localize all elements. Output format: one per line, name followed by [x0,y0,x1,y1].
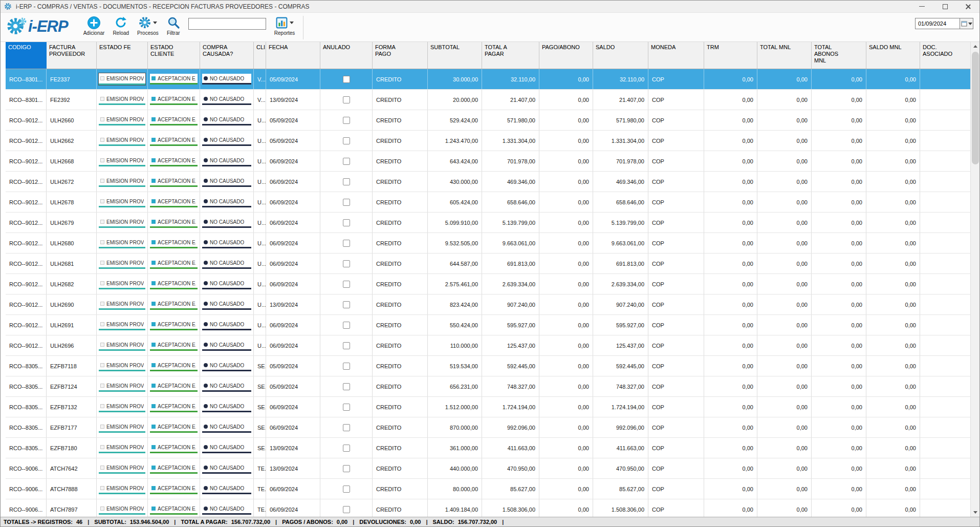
status-square-icon [151,486,156,490]
table-row[interactable]: RCO--9006...ATCH7642EMISION PROVACEPTACI… [6,458,971,479]
table-row[interactable]: RCO--9012...ULH2662EMISION PROVACEPTACIO… [6,131,971,151]
column-header-trm[interactable]: TRM [704,42,757,69]
cell-cliente: U... [254,315,266,335]
anulado-checkbox[interactable] [343,404,350,411]
table-row[interactable]: RCO--9012...ULH2679EMISION PROVACEPTACIO… [6,213,971,233]
column-header-doc-asociado[interactable]: DOC. ASOCIADO [920,42,971,69]
column-header-saldo[interactable]: SALDO [593,42,648,69]
anulado-checkbox[interactable] [343,424,350,431]
column-header-codigo[interactable]: CODIGO [6,42,47,69]
cell-anulado [320,151,373,171]
filter-input[interactable] [188,18,266,30]
anulado-checkbox[interactable] [343,260,350,267]
table-row[interactable]: RCO--9012...ULH2696EMISION PROVACEPTACIO… [6,335,971,356]
anulado-checkbox[interactable] [343,383,350,390]
status-square-icon [151,117,156,121]
column-header-fecha[interactable]: FECHA [266,42,320,69]
anulado-checkbox[interactable] [343,76,350,83]
table-row[interactable]: RCO--8305...EZFB7118EMISION PROVACEPTACI… [6,356,971,376]
table-row[interactable]: RCO--9012...ULH2690EMISION PROVACEPTACIO… [6,294,971,315]
column-header-total-a-pagar[interactable]: TOTAL A PAGAR [482,42,539,69]
adicionar-button[interactable]: Adicionar [83,15,105,36]
reload-button[interactable]: Reload [113,15,129,36]
reportes-button[interactable]: Reportes [274,15,295,36]
table-row[interactable]: RCO--9012...ULH2678EMISION PROVACEPTACIO… [6,192,971,213]
anulado-checkbox[interactable] [343,445,350,452]
anulado-checkbox[interactable] [343,465,350,472]
anulado-checkbox[interactable] [343,219,350,226]
column-header-compra-causada[interactable]: COMPRA CAUSADA? [200,42,254,69]
table-row[interactable]: RCO--9012...ULH2672EMISION PROVACEPTACIO… [6,172,971,192]
scroll-down-button[interactable] [971,508,979,517]
date-dropdown-button[interactable] [960,18,973,29]
anulado-checkbox[interactable] [343,137,350,144]
column-header-saldo-mnl[interactable]: SALDO MNL [866,42,920,69]
column-header-estado-fe[interactable]: ESTADO FE [97,42,148,69]
maximize-button[interactable] [933,1,956,12]
column-header-factura-proveedor[interactable]: FACTURA PROVEEDOR [47,42,97,69]
anulado-checkbox[interactable] [343,240,350,247]
table-row[interactable]: RCO--9012...ULH2691EMISION PROVACEPTACIO… [6,315,971,335]
status-dot-icon [204,76,208,80]
filtrar-button[interactable]: Filtrar [167,15,180,36]
cell-doc-asociado [920,131,971,151]
column-header-moneda[interactable]: MONEDA [648,42,704,69]
cell-subtotal: 361.000,00 [428,438,482,458]
table-row[interactable]: RCO--9012...ULH2681EMISION PROVACEPTACIO… [6,254,971,274]
anulado-checkbox[interactable] [343,199,350,206]
table-row[interactable]: RCO--8301...FE2392EMISION PROVACEPTACION… [6,90,971,110]
column-header-pago-abono[interactable]: PAGO/ABONO [539,42,593,69]
cell-fecha: 13/09/2024 [266,90,320,110]
anulado-checkbox[interactable] [343,158,350,165]
cell-total-abonos-mnl: 0,00 [812,315,866,335]
cell-saldo: 125.437,00 [593,335,648,355]
vertical-scrollbar[interactable] [970,42,979,517]
scrollbar-thumb[interactable] [972,52,979,164]
cell-compra-causada: NO CAUSADO [200,151,254,171]
column-header-total-abonos-mnl[interactable]: TOTAL ABONOS MNL [812,42,866,69]
scroll-up-button[interactable] [971,42,979,51]
anulado-checkbox[interactable] [343,363,350,370]
cell-saldo: 469.346,00 [593,172,648,192]
cell-total-mnl: 0,00 [757,315,812,335]
close-button[interactable] [956,1,979,12]
anulado-checkbox[interactable] [343,178,350,185]
cell-saldo-mnl: 0,00 [866,438,920,458]
column-header-subtotal[interactable]: SUBTOTAL [428,42,482,69]
status-label: EMISION PROV [106,322,144,327]
anulado-checkbox[interactable] [343,96,350,103]
table-row[interactable]: RCO--9012...ULH2660EMISION PROVACEPTACIO… [6,110,971,131]
table-row[interactable]: RCO--9012...ULH2668EMISION PROVACEPTACIO… [6,151,971,172]
cell-compra-causada: NO CAUSADO [200,438,254,458]
column-header-total-mnl[interactable]: TOTAL MNL [757,42,812,69]
anulado-checkbox[interactable] [343,486,350,493]
cell-anulado [320,417,373,437]
table-row[interactable]: RCO--8301...FE2337EMISION PROVACEPTACION… [6,69,971,90]
table-row[interactable]: RCO--9006...ATCH7897EMISION PROVACEPTACI… [6,499,971,517]
anulado-checkbox[interactable] [343,301,350,308]
anulado-checkbox[interactable] [343,281,350,288]
anulado-checkbox[interactable] [343,322,350,329]
column-header-cli[interactable]: CLI... [254,42,266,69]
anulado-checkbox[interactable] [343,506,350,513]
date-input[interactable] [915,18,960,29]
table-row[interactable]: RCO--9012...ULH2682EMISION PROVACEPTACIO… [6,274,971,294]
procesos-button[interactable]: Procesos [137,15,159,36]
table-row[interactable]: RCO--9006...ATCH7888EMISION PROVACEPTACI… [6,479,971,499]
column-header-anulado[interactable]: ANULADO [320,42,373,69]
anulado-checkbox[interactable] [343,342,350,349]
table-row[interactable]: RCO--8305...EZFB7177EMISION PROVACEPTACI… [6,417,971,438]
column-header-forma-pago[interactable]: FORMA PAGO [373,42,428,69]
cell-saldo: 85.627,00 [593,479,648,499]
cell-subtotal: 529.424,00 [428,110,482,130]
cell-fecha: 13/09/2024 [266,294,320,314]
minimize-button[interactable] [910,1,933,12]
table-row[interactable]: RCO--8305...EZFB7180EMISION PROVACEPTACI… [6,438,971,458]
table-row[interactable]: RCO--8305...EZFB7124EMISION PROVACEPTACI… [6,376,971,397]
cell-saldo: 691.813,00 [593,254,648,273]
column-header-estado-cliente[interactable]: ESTADO CLIENTE [148,42,200,69]
cell-factura-proveedor: ULH2668 [47,151,97,171]
table-row[interactable]: RCO--9012...ULH2680EMISION PROVACEPTACIO… [6,233,971,254]
table-row[interactable]: RCO--8305...EZFB7132EMISION PROVACEPTACI… [6,397,971,417]
anulado-checkbox[interactable] [343,117,350,124]
